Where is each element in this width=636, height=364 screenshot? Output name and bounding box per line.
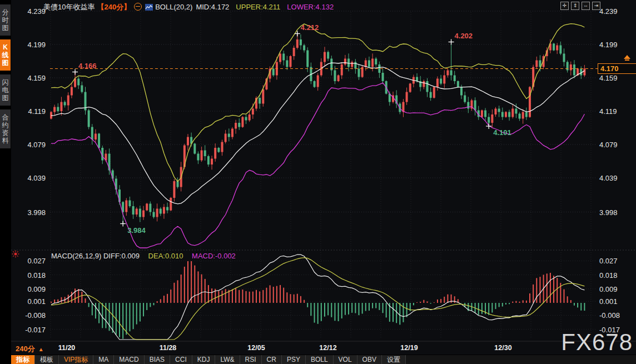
macd-dea-value: DEA:0.010 <box>148 252 183 260</box>
toolbar-button-PSY[interactable]: PSY <box>282 355 306 364</box>
macd-axis-label-left: 0.018 <box>11 271 46 280</box>
macd-axis-label-left: -0.008 <box>11 311 46 320</box>
toolbar-button-VIP指标[interactable]: VIP指标 <box>59 355 93 364</box>
time-axis-row: 240分▲ 11/2011/2812/0512/1212/1912/30 <box>11 342 636 355</box>
x-axis-date: 11/20 <box>58 344 76 352</box>
y-axis-label-left: 4.239 <box>11 7 46 16</box>
boll-label: BOLL(20,2) <box>155 3 192 11</box>
x-axis-date: 12/19 <box>400 344 418 352</box>
boll-mid-value: MID:4.172 <box>196 3 229 11</box>
scroll-to-price-icon[interactable] <box>624 55 630 61</box>
y-axis-label-right: 4.159 <box>599 74 634 82</box>
toolbar-button-OBV[interactable]: OBV <box>357 355 382 364</box>
boll-upper-value: UPPER:4.211 <box>236 3 280 11</box>
x-axis-date: 12/12 <box>319 344 336 352</box>
y-axis-label-right: 4.119 <box>599 107 634 116</box>
shift-right-icon[interactable]: ⇥ <box>592 2 600 10</box>
sidebar-tab-合约资料[interactable]: 合约资料 <box>0 109 11 148</box>
x-axis-date: 12/05 <box>247 344 265 352</box>
indicator-toolbar: 指标模板VIP指标MAMACDBIASCCIKDJLW&RSICRPSYBOLL… <box>11 355 636 364</box>
chart-header: 美债10年收益率【240分】BOLL(20,2)MID:4.172UPPER:4… <box>43 2 334 12</box>
toolbar-button-LW&[interactable]: LW& <box>215 355 240 364</box>
chart-mode-tabs: 分时图K线图闪电图合约资料 <box>0 0 11 148</box>
sidebar-tab-闪电图[interactable]: 闪电图 <box>0 74 11 106</box>
x-axis-date: 11/28 <box>160 344 177 352</box>
toolbar-button-RSI[interactable]: RSI <box>240 355 262 364</box>
svg-text:4.166: 4.166 <box>78 62 97 70</box>
current-price-badge: 4.170 <box>598 63 636 74</box>
toolbar-button-MA[interactable]: MA <box>93 355 114 364</box>
pan-tool-icon[interactable]: ✛ <box>560 2 569 10</box>
y-axis-label-left: 3.998 <box>11 208 46 217</box>
macd-axis-label-left: 0.009 <box>11 285 46 293</box>
y-axis-label-right: 4.079 <box>599 141 634 149</box>
macd-header: MACD(26,12,9) DIFF:0.009 DEA:0.010 MACD:… <box>51 252 236 260</box>
toolbar-button-设置[interactable]: 设置 <box>382 355 406 364</box>
svg-text:4.202: 4.202 <box>455 32 473 40</box>
symbol-title: 美债10年收益率 <box>43 3 95 11</box>
toolbar-button-VOL[interactable]: VOL <box>334 355 357 364</box>
macd-axis-label-right: -0.008 <box>599 311 634 320</box>
toolbar-button-KDJ[interactable]: KDJ <box>192 355 216 364</box>
svg-text:4.212: 4.212 <box>301 23 319 32</box>
svg-text:3.984: 3.984 <box>127 226 146 235</box>
macd-axis-label-right: 0.009 <box>599 285 634 293</box>
sidebar-tab-K线图[interactable]: K线图 <box>0 39 11 71</box>
toolbar-button-BIAS[interactable]: BIAS <box>145 355 170 364</box>
chevron-up-icon: ▲ <box>38 346 44 352</box>
macd-diff-value: DIFF:0.009 <box>103 252 140 260</box>
candlestick-chart-canvas[interactable]: 4.1663.9844.2124.2024.101 <box>0 0 636 364</box>
y-axis-label-right: 4.039 <box>599 174 634 182</box>
macd-name: MACD(26,12,9) <box>51 252 101 260</box>
indicator-thumbnail-icon[interactable] <box>145 4 153 11</box>
toolbar-button-指标[interactable]: 指标 <box>11 355 35 364</box>
alert-dot-icon <box>12 250 19 258</box>
macd-axis-label-left: -0.017 <box>11 326 46 334</box>
toolbar-button-模板[interactable]: 模板 <box>35 355 59 364</box>
y-axis-label-right: 4.239 <box>599 7 634 16</box>
macd-axis-label-left: 0.001 <box>11 297 46 306</box>
macd-axis-label-left: 0.027 <box>11 257 46 265</box>
y-axis-label-right: 4.199 <box>599 41 634 49</box>
x-axis-date: 12/30 <box>494 344 511 352</box>
chart-application-window: 4.1663.9844.2124.2024.101 分时图K线图闪电图合约资料 … <box>0 0 636 364</box>
toolbar-button-BOLL[interactable]: BOLL <box>306 355 334 364</box>
axis-zoom-vertical-icon[interactable]: ⇕ <box>571 2 579 10</box>
macd-hist-value: MACD:-0.002 <box>192 252 236 260</box>
y-axis-label-left: 4.199 <box>11 41 46 49</box>
y-axis-label-left: 4.039 <box>11 174 46 182</box>
y-axis-label-right: 3.998 <box>599 208 634 217</box>
boll-lower-value: LOWER:4.132 <box>287 3 334 11</box>
period-switch[interactable]: 240分▲ <box>16 344 44 354</box>
axis-zoom-horizontal-icon[interactable]: ⇔ <box>582 2 590 10</box>
toolbar-button-MACD[interactable]: MACD <box>114 355 144 364</box>
sidebar-tab-分时图[interactable]: 分时图 <box>0 4 11 36</box>
chart-tool-buttons: ✛⇕⇔⇥ <box>560 2 600 10</box>
toolbar-button-CR[interactable]: CR <box>262 355 282 364</box>
macd-axis-label-right: 0.018 <box>599 271 634 280</box>
toolbar-button-CCI[interactable]: CCI <box>170 355 192 364</box>
minus-circle-icon[interactable] <box>134 3 142 11</box>
y-axis-label-left: 4.119 <box>11 107 46 116</box>
watermark-logo: FX678 <box>561 329 633 356</box>
macd-axis-label-right: 0.001 <box>599 297 634 306</box>
macd-axis-label-right: 0.027 <box>599 257 634 265</box>
svg-text:4.101: 4.101 <box>493 128 511 137</box>
period-label: 【240分】 <box>97 3 131 11</box>
left-sidebar: 分时图K线图闪电图合约资料 <box>0 0 11 364</box>
y-axis-label-left: 4.079 <box>11 141 46 149</box>
y-axis-label-left: 4.159 <box>11 74 46 82</box>
